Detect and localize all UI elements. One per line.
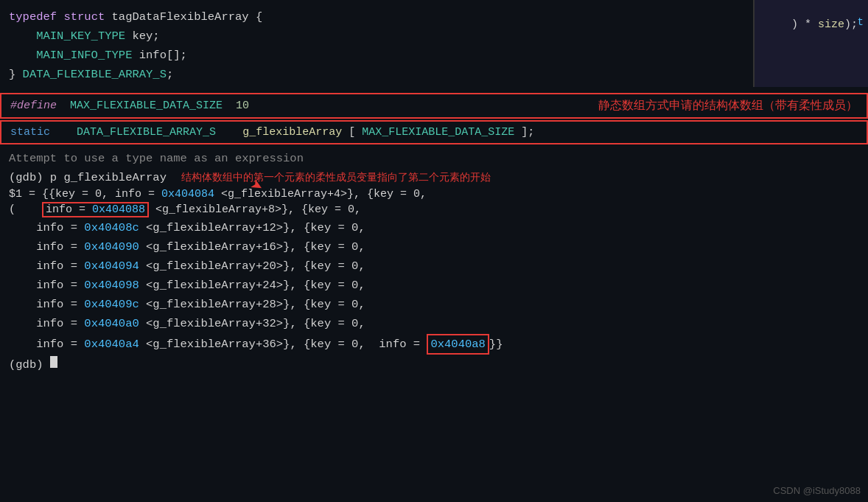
addr-404090: 0x404090: [84, 238, 139, 256]
boxed-info-404088: info = 0x404088: [42, 202, 149, 217]
struct-name: tagDataFlexibleArray {: [105, 8, 262, 26]
static-block: static DATA_FLEXIBLE_ARRAY_S g_flexibleA…: [0, 120, 868, 144]
csdn-watermark: CSDN @iStudy8088: [773, 485, 861, 496]
typedef-line: typedef struct tagDataFlexibleArray {: [0, 7, 868, 27]
max-size-ref: MAX_FLEXIABLE_DATA_SIZE: [362, 126, 514, 139]
kw-static: static: [10, 126, 50, 139]
define-block: #define MAX_FLEXIABLE_DATA_SIZE 10 静态数组方…: [0, 93, 868, 119]
struct-code-block: typedef struct tagDataFlexibleArray { MA…: [0, 0, 868, 90]
addr-404098: 0x404098: [84, 276, 139, 294]
closing-brace-line: } DATA_FLEXIBLE_ARRAY_S ;: [0, 65, 868, 84]
addr-404094: 0x404094: [84, 257, 139, 275]
kw-define: #define: [10, 100, 57, 112]
code-area: ) * size); t typedef struct tagDataFlexi…: [0, 0, 868, 502]
main-key-line: MAIN_KEY_TYPE key;: [0, 27, 868, 46]
line-404090: info = 0x404090 <g_flexibleArray+16>}, {…: [0, 237, 868, 257]
line-404088: ( info = 0x404088 <g_flexibleArray+8>}, …: [0, 201, 868, 218]
line-4040a0: info = 0x4040a0 <g_flexibleArray+32>}, {…: [0, 314, 868, 333]
define-annotation: 静态数组方式申请的结构体数组（带有柔性成员）: [598, 98, 858, 114]
var-g-flexible: g_flexibleArray: [242, 126, 342, 139]
line-4040a4: info = 0x4040a4 <g_flexibleArray+36>}, {…: [0, 333, 868, 355]
top-right-snippet: ) * size); t: [753, 0, 868, 87]
addr-40409c: 0x40409c: [84, 296, 139, 313]
define-name: MAX_FLEXIABLE_DATA_SIZE: [70, 100, 223, 112]
line-404094: info = 0x404094 <g_flexibleArray+20>}, {…: [0, 257, 868, 276]
line-404098: info = 0x404098 <g_flexibleArray+24>}, {…: [0, 276, 868, 295]
type-data-flex2: DATA_FLEXIBLE_ARRAY_S: [77, 126, 216, 139]
type-data-flexible: DATA_FLEXIBLE_ARRAY_S: [23, 66, 167, 83]
type-main-info: MAIN_INFO_TYPE: [9, 46, 132, 64]
addr-404088: 0x404088: [92, 203, 145, 216]
gdb-cmd-line: (gdb) p g_flexibleArray 结构体数组中的第一个元素的柔性成…: [0, 168, 868, 187]
define-value: 10: [236, 100, 249, 112]
kw-typedef: typedef: [9, 8, 57, 26]
gdb-end-prompt: (gdb): [0, 355, 868, 374]
line-40408c: info = 0x40408c <g_flexibleArray+12>}, {…: [0, 218, 868, 237]
attempt-line: Attempt to use a type name as an express…: [0, 149, 868, 168]
main-info-line: MAIN_INFO_TYPE info[];: [0, 46, 868, 65]
kw-struct: struct: [63, 8, 105, 26]
line-40409c: info = 0x40409c <g_flexibleArray+28>}, {…: [0, 295, 868, 314]
addr-4040a0: 0x4040a0: [84, 315, 139, 332]
top-right-text: ) *: [791, 18, 818, 31]
addr-4040a4: 0x4040a4: [84, 335, 139, 353]
type-main-key: MAIN_KEY_TYPE: [9, 27, 125, 45]
addr-404084: 0x404084: [161, 188, 214, 201]
gdb-annotation: 结构体数组中的第一个元素的柔性成员变量指向了第二个元素的开始: [181, 170, 491, 186]
addr-40408c: 0x40408c: [84, 219, 139, 237]
addr-4040a8: 0x4040a8: [427, 334, 489, 355]
cursor-block: [50, 356, 57, 368]
gdb-section: Attempt to use a type name as an express…: [0, 147, 868, 376]
dollar1-line: $1 = {{key = 0, info = 0x404084 <g_flexi…: [0, 187, 868, 201]
